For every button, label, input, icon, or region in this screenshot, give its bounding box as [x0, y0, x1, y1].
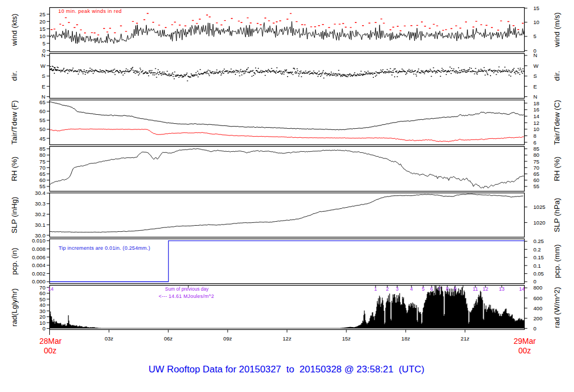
svg-text:40: 40	[39, 302, 45, 308]
svg-text:50: 50	[39, 126, 45, 132]
svg-text:0: 0	[534, 278, 536, 284]
svg-text:200: 200	[534, 315, 543, 321]
svg-text:55: 55	[534, 183, 540, 189]
svg-text:E: E	[42, 83, 45, 90]
svg-text:0.004: 0.004	[32, 262, 46, 268]
svg-text:00z: 00z	[44, 346, 57, 355]
svg-text:60: 60	[39, 177, 45, 183]
svg-text:10: 10	[534, 126, 540, 132]
svg-text:20: 20	[39, 18, 45, 25]
svg-text:0.2: 0.2	[534, 246, 541, 253]
svg-text:8: 8	[534, 133, 536, 139]
svg-text:85: 85	[534, 146, 540, 152]
svg-text:W: W	[534, 63, 539, 69]
svg-text:80: 80	[534, 152, 540, 158]
svg-text:16: 16	[534, 106, 540, 113]
svg-text:80: 80	[39, 152, 45, 158]
svg-text:6: 6	[534, 139, 536, 146]
svg-text:400: 400	[534, 305, 543, 311]
svg-text:21z: 21z	[461, 335, 470, 342]
svg-text:wind (kts): wind (kts)	[10, 13, 18, 46]
svg-text:S: S	[534, 73, 537, 79]
svg-text:rad(Lgly/hr): rad(Lgly/hr)	[10, 288, 18, 326]
svg-text:1020: 1020	[534, 220, 545, 226]
svg-text:pcp. (mm): pcp. (mm)	[553, 244, 561, 278]
svg-text:5: 5	[43, 40, 45, 46]
svg-text:45: 45	[39, 136, 45, 142]
svg-text:10: 10	[534, 19, 540, 25]
svg-text:30.2: 30.2	[35, 211, 45, 217]
svg-text:10 min. peak winds in red: 10 min. peak winds in red	[58, 8, 122, 14]
svg-text:55: 55	[39, 117, 45, 123]
svg-text:65: 65	[534, 171, 540, 177]
svg-text:rad (W/m^2): rad (W/m^2)	[553, 287, 561, 328]
svg-text:0: 0	[534, 325, 536, 332]
svg-text:0: 0	[43, 325, 45, 332]
svg-text:Tip increments are 0.01in. (0.: Tip increments are 0.01in. (0.254mm.)	[59, 245, 151, 251]
svg-text:0.1: 0.1	[534, 263, 541, 269]
svg-text:0.010: 0.010	[32, 237, 45, 244]
svg-text:RH (%): RH (%)	[10, 157, 18, 181]
svg-text:75: 75	[39, 158, 45, 165]
svg-text:25: 25	[39, 11, 45, 17]
svg-text:1025: 1025	[534, 204, 545, 210]
svg-text:10: 10	[39, 33, 45, 39]
svg-text:E: E	[534, 83, 537, 90]
svg-text:14: 14	[519, 286, 525, 292]
svg-text:6: 6	[430, 286, 433, 292]
svg-text:dir.: dir.	[10, 71, 18, 81]
svg-text:2: 2	[386, 286, 388, 292]
svg-text:<--- 14.61 MJoules/m^2: <--- 14.61 MJoules/m^2	[159, 293, 214, 299]
svg-text:0.006: 0.006	[32, 254, 45, 260]
svg-text:55: 55	[39, 183, 45, 189]
svg-text:dir.: dir.	[553, 71, 561, 81]
svg-text:70: 70	[39, 165, 45, 171]
svg-text:Tair/Tdew (F): Tair/Tdew (F)	[10, 100, 18, 144]
svg-text:1: 1	[374, 286, 377, 292]
svg-text:Sum of previous day: Sum of previous day	[165, 286, 209, 292]
svg-text:UW Rooftop Data for 20150327: UW Rooftop Data for 20150327 to 20150328…	[149, 364, 424, 375]
svg-text:18z: 18z	[401, 335, 410, 342]
svg-text:14: 14	[48, 286, 53, 292]
svg-text:N: N	[534, 52, 538, 58]
svg-text:06z: 06z	[164, 335, 173, 342]
svg-text:50: 50	[39, 296, 45, 302]
svg-text:RH (%): RH (%)	[553, 157, 561, 181]
svg-text:8: 8	[446, 286, 448, 292]
svg-text:30.4: 30.4	[35, 190, 45, 196]
svg-text:3: 3	[396, 286, 399, 292]
svg-text:00z: 00z	[519, 346, 531, 355]
svg-text:09z: 09z	[223, 335, 232, 342]
svg-text:5: 5	[534, 33, 536, 39]
svg-text:7: 7	[438, 286, 441, 292]
svg-text:70: 70	[534, 165, 540, 171]
svg-text:12: 12	[534, 120, 540, 126]
svg-text:30.1: 30.1	[35, 222, 45, 228]
svg-text:Tair/Tdew (C): Tair/Tdew (C)	[553, 100, 561, 144]
svg-text:65: 65	[39, 171, 45, 177]
svg-text:SLP (inHg): SLP (inHg)	[10, 197, 18, 233]
svg-text:30.3: 30.3	[35, 200, 45, 207]
svg-text:9: 9	[453, 286, 456, 292]
svg-text:N: N	[534, 94, 538, 100]
svg-text:0.15: 0.15	[534, 254, 544, 260]
svg-text:12z: 12z	[283, 335, 291, 342]
svg-text:18: 18	[534, 100, 540, 106]
svg-text:10: 10	[39, 320, 45, 326]
svg-text:30: 30	[39, 308, 45, 314]
svg-text:60: 60	[39, 290, 45, 296]
svg-text:pcp. (in): pcp. (in)	[10, 248, 18, 274]
svg-text:W: W	[40, 63, 46, 69]
svg-text:60: 60	[534, 177, 540, 183]
svg-text:75: 75	[534, 158, 540, 165]
svg-text:60: 60	[39, 108, 45, 114]
svg-text:5: 5	[422, 286, 424, 292]
svg-text:29Mar: 29Mar	[513, 337, 536, 346]
svg-text:4: 4	[410, 286, 413, 292]
svg-text:03z: 03z	[105, 335, 114, 342]
svg-text:11: 11	[473, 286, 478, 292]
svg-text:65: 65	[39, 99, 45, 105]
svg-text:15: 15	[39, 26, 45, 32]
svg-text:20: 20	[39, 314, 45, 320]
svg-text:S: S	[42, 73, 45, 79]
